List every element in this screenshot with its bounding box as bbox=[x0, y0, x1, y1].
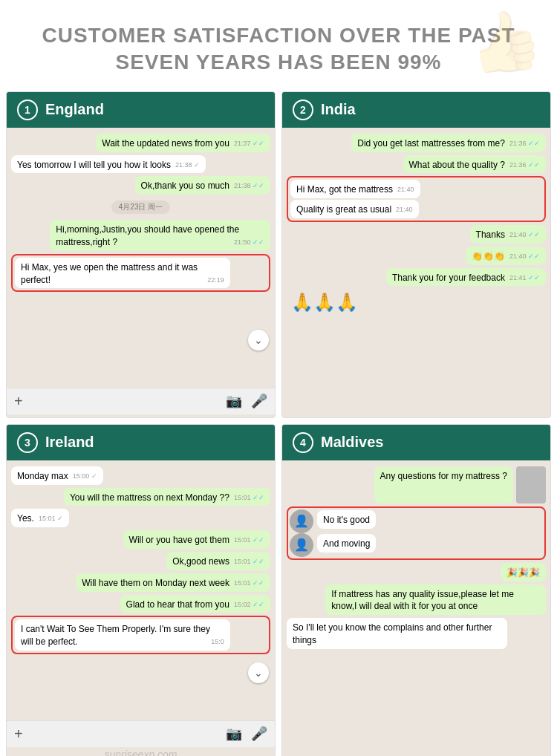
message-with-avatar: 👤And moving bbox=[290, 533, 377, 557]
chat-body-india: Did you get last mattresses from me?21:3… bbox=[282, 128, 550, 388]
panel-number: 2 bbox=[293, 100, 313, 120]
highlighted-group: Hi Max, got the mattress21:40Quality is … bbox=[287, 176, 546, 222]
camera-icon[interactable]: 📷 bbox=[226, 393, 242, 409]
message-bubble: Will or you have got them15:01 ✓✓ bbox=[123, 530, 270, 549]
message-row: Wait the updated news from you21:37 ✓✓ bbox=[11, 134, 270, 152]
message-row: Monday max15:00 ✓ bbox=[11, 466, 270, 485]
message-bubble: Hi Max, yes we open the mattress and it … bbox=[15, 258, 230, 289]
panel-header-india: 2 India bbox=[282, 92, 550, 128]
chat-body-ireland: Monday max15:00 ✓You will the mattress o… bbox=[7, 460, 275, 720]
mic-icon[interactable]: 🎤 bbox=[251, 726, 267, 742]
message-row: Yes tomorrow I will tell you how it look… bbox=[11, 155, 270, 174]
chat-body-england: Wait the updated news from you21:37 ✓✓Ye… bbox=[7, 128, 275, 388]
message-row: Glad to hear that from you15:02 ✓✓ bbox=[11, 595, 270, 613]
panel-maldives: 4 Maldives Any questions for my mattress… bbox=[281, 424, 551, 756]
plus-icon[interactable]: + bbox=[14, 726, 23, 743]
chat-input-bar-england: + 📷 🎤 bbox=[7, 388, 275, 414]
emoji-row: 🙏🙏🙏 bbox=[287, 289, 546, 316]
avatar: 👤 bbox=[290, 533, 313, 557]
message-bubble: Quality is great as usual21:40 bbox=[290, 200, 419, 218]
panel-header-maldives: 4 Maldives bbox=[282, 425, 550, 460]
message-bubble: And moving bbox=[317, 534, 376, 553]
header-title: CUSTOMER SATISFACTION OVER THE PAST SEVE… bbox=[15, 22, 542, 76]
side-thumbnail bbox=[516, 466, 546, 504]
input-icons: 📷 🎤 bbox=[226, 393, 267, 409]
highlighted-single: I can't Wait To See Them Properly. I'm s… bbox=[11, 616, 270, 654]
message-row: 👏👏👏21:40 ✓✓ bbox=[287, 247, 546, 265]
camera-icon[interactable]: 📷 bbox=[226, 726, 242, 742]
message-bubble: Yes tomorrow I will tell you how it look… bbox=[11, 155, 206, 174]
panel-header-ireland: 3 Ireland bbox=[7, 425, 275, 460]
message-row: What about the quality ?21:36 ✓✓ bbox=[287, 155, 546, 174]
message-row: Hi,morning,Justin,you should have opened… bbox=[11, 220, 270, 251]
avatar: 👤 bbox=[290, 509, 313, 533]
header: 👍 CUSTOMER SATISFACTION OVER THE PAST SE… bbox=[0, 0, 557, 91]
panel-ireland: 3 Ireland Monday max15:00 ✓You will the … bbox=[6, 424, 276, 756]
message-bubble: Ok,thank you so much21:38 ✓✓ bbox=[135, 176, 270, 195]
panel-india: 2 India Did you get last mattresses from… bbox=[281, 91, 551, 418]
panel-country: Maldives bbox=[321, 434, 383, 451]
message-row: Any questions for my mattress ? bbox=[287, 466, 546, 504]
message-bubble: Hi,morning,Justin,you should have opened… bbox=[50, 220, 270, 251]
message-row: Hi Max, yes we open the mattress and it … bbox=[14, 257, 267, 290]
message-bubble: No it's good bbox=[317, 510, 376, 529]
message-bubble: Wait the updated news from you21:37 ✓✓ bbox=[96, 134, 270, 152]
message-bubble: Monday max15:00 ✓ bbox=[11, 466, 103, 485]
thumbs-icon: 👍 bbox=[463, 1, 548, 83]
message-row: Quality is great as usual21:40 bbox=[290, 199, 543, 219]
message-row: Ok,thank you so much21:38 ✓✓ bbox=[11, 176, 270, 195]
message-row: Will or you have got them15:01 ✓✓ bbox=[11, 530, 270, 549]
message-bubble: Did you get last mattresses from me?21:3… bbox=[351, 134, 546, 152]
message-bubble: Any questions for my mattress ? bbox=[374, 466, 513, 504]
plus-icon[interactable]: + bbox=[14, 393, 23, 410]
panel-number: 1 bbox=[17, 100, 38, 120]
chat-input-bar-ireland: + 📷 🎤 bbox=[7, 720, 275, 747]
message-bubble: Thanks21:40 ✓✓ bbox=[470, 225, 546, 244]
message-row: Yes.15:01 ✓ bbox=[11, 509, 270, 527]
panel-country: India bbox=[321, 101, 356, 118]
message-row: Did you get last mattresses from me?21:3… bbox=[287, 134, 546, 152]
message-row: Thank you for your feedback21:41 ✓✓ bbox=[287, 268, 546, 287]
message-bubble: I can't Wait To See Them Properly. I'm s… bbox=[15, 619, 230, 651]
panel-country: England bbox=[45, 101, 104, 118]
panels-grid: 1 England Wait the updated news from you… bbox=[0, 91, 557, 756]
message-row: So I'll let you know the complains and o… bbox=[287, 618, 546, 649]
watermark bbox=[282, 720, 550, 723]
message-bubble: 🎉🎉🎉 bbox=[501, 563, 546, 581]
panel-country: Ireland bbox=[45, 434, 94, 451]
mic-icon[interactable]: 🎤 bbox=[251, 393, 267, 409]
message-bubble: So I'll let you know the complains and o… bbox=[287, 618, 507, 649]
message-bubble: If mattress has any quality issue,please… bbox=[325, 584, 546, 616]
message-row: 🎉🎉🎉 bbox=[287, 563, 546, 581]
message-row: You will the mattress on next Monday ??1… bbox=[11, 488, 270, 506]
watermark bbox=[282, 388, 550, 391]
panel-header-england: 1 England bbox=[7, 92, 275, 128]
message-bubble: Hi Max, got the mattress21:40 bbox=[290, 180, 420, 198]
scroll-button[interactable]: ⌄ bbox=[248, 330, 269, 351]
message-row: Will have them on Monday next week15:01 … bbox=[11, 573, 270, 592]
message-bubble: What about the quality ?21:36 ✓✓ bbox=[403, 155, 546, 174]
panel-england: 1 England Wait the updated news from you… bbox=[6, 91, 276, 418]
message-bubble: Thank you for your feedback21:41 ✓✓ bbox=[386, 268, 546, 287]
message-with-avatar: 👤No it's good bbox=[290, 509, 377, 533]
message-row: Hi Max, got the mattress21:40 bbox=[290, 179, 543, 199]
chat-body-maldives: Any questions for my mattress ?👤No it's … bbox=[282, 460, 550, 720]
highlighted-single: Hi Max, yes we open the mattress and it … bbox=[11, 254, 270, 293]
highlighted-group: 👤No it's good👤And moving bbox=[287, 506, 546, 560]
message-row: If mattress has any quality issue,please… bbox=[287, 584, 546, 616]
panel-number: 3 bbox=[17, 432, 38, 453]
message-row: Ok,good news15:01 ✓✓ bbox=[11, 552, 270, 570]
scroll-button[interactable]: ⌄ bbox=[248, 662, 269, 683]
date-label: 4月23日 周一 bbox=[11, 198, 270, 217]
message-row: 👤And moving bbox=[290, 533, 543, 557]
panel-number: 4 bbox=[293, 432, 313, 453]
message-bubble: Ok,good news15:01 ✓✓ bbox=[166, 552, 270, 570]
message-bubble: You will the mattress on next Monday ??1… bbox=[64, 488, 270, 506]
message-row: 👤No it's good bbox=[290, 509, 543, 533]
message-bubble: 👏👏👏21:40 ✓✓ bbox=[466, 247, 546, 265]
message-row: I can't Wait To See Them Properly. I'm s… bbox=[14, 619, 267, 651]
message-bubble: Will have them on Monday next week15:01 … bbox=[76, 573, 270, 592]
watermark bbox=[7, 414, 275, 417]
message-row: Thanks21:40 ✓✓ bbox=[287, 225, 546, 244]
input-icons: 📷 🎤 bbox=[226, 726, 267, 742]
